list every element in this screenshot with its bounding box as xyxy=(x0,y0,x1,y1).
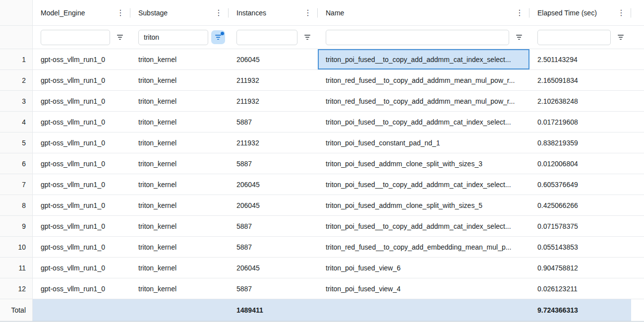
column-header-name[interactable]: Name ⋮ xyxy=(318,0,529,25)
cell-model-engine[interactable]: gpt-oss_vllm_run1_0 xyxy=(33,153,130,174)
cell-elapsed-time[interactable]: 0.071578375 xyxy=(529,216,631,236)
cell-model-engine[interactable]: gpt-oss_vllm_run1_0 xyxy=(33,112,130,132)
cell-name[interactable]: triton_red_fused__to_copy_add_embedding_… xyxy=(318,237,529,257)
cell-substage[interactable]: triton_kernel xyxy=(130,132,229,153)
filter-input-elapsed-time[interactable] xyxy=(537,30,611,45)
cell-substage[interactable]: triton_kernel xyxy=(130,258,229,278)
cell-name[interactable]: triton_poi_fused_addmm_clone_split_with_… xyxy=(318,195,529,215)
filter-input-name[interactable] xyxy=(326,30,509,45)
cell-elapsed-time[interactable]: 0.838219359 xyxy=(529,132,631,153)
column-menu-icon[interactable]: ⋮ xyxy=(516,9,524,17)
cell-instances[interactable]: 206045 xyxy=(229,49,318,69)
cell-elapsed-time[interactable]: 2.102638248 xyxy=(529,91,631,111)
filter-button-name[interactable] xyxy=(512,30,526,44)
column-header-instances[interactable]: Instances ⋮ xyxy=(229,0,318,25)
cell-model-engine[interactable]: gpt-oss_vllm_run1_0 xyxy=(33,70,130,90)
cell-instances[interactable]: 5887 xyxy=(229,153,318,174)
column-header-substage[interactable]: Substage ⋮ xyxy=(130,0,229,25)
cell-substage[interactable]: triton_kernel xyxy=(130,91,229,111)
cell-model-engine[interactable]: gpt-oss_vllm_run1_0 xyxy=(33,195,130,215)
cell-elapsed-time[interactable]: 0.425066266 xyxy=(529,195,631,215)
filter-row-corner xyxy=(0,26,33,49)
table-row: 11 gpt-oss_vllm_run1_0 triton_kernel 206… xyxy=(0,258,644,278)
cell-elapsed-time[interactable]: 0.904758812 xyxy=(529,258,631,278)
header-row: Model_Engine ⋮ Substage ⋮ Instances ⋮ Na… xyxy=(0,0,644,26)
row-filler xyxy=(631,237,644,257)
row-number: 3 xyxy=(0,91,33,111)
cell-elapsed-time[interactable]: 2.501143294 xyxy=(529,49,631,69)
column-menu-icon[interactable]: ⋮ xyxy=(215,9,223,17)
cell-elapsed-time[interactable]: 0.026123211 xyxy=(529,278,631,299)
cell-instances[interactable]: 5887 xyxy=(229,112,318,132)
row-filler xyxy=(631,174,644,195)
cell-name[interactable]: triton_poi_fused_view_4 xyxy=(318,278,529,299)
cell-substage[interactable]: triton_kernel xyxy=(130,112,229,132)
filter-icon xyxy=(617,34,625,41)
filter-input-model-engine[interactable] xyxy=(41,30,110,45)
cell-name[interactable]: triton_poi_fused_addmm_clone_split_with_… xyxy=(318,153,529,174)
cell-instances[interactable]: 5887 xyxy=(229,216,318,236)
filter-button-elapsed-time[interactable] xyxy=(614,30,628,44)
column-menu-icon[interactable]: ⋮ xyxy=(617,9,625,17)
cell-instances[interactable]: 211932 xyxy=(229,132,318,153)
row-number: 12 xyxy=(0,278,33,299)
filter-button-instances[interactable] xyxy=(300,30,314,44)
cell-model-engine[interactable]: gpt-oss_vllm_run1_0 xyxy=(33,132,130,153)
column-header-model-engine[interactable]: Model_Engine ⋮ xyxy=(33,0,130,25)
cell-substage[interactable]: triton_kernel xyxy=(130,174,229,195)
row-filler xyxy=(631,49,644,69)
filter-button-substage[interactable] xyxy=(211,30,225,44)
table-row: 10 gpt-oss_vllm_run1_0 triton_kernel 588… xyxy=(0,237,644,258)
cell-model-engine[interactable]: gpt-oss_vllm_run1_0 xyxy=(33,258,130,278)
cell-instances[interactable]: 5887 xyxy=(229,237,318,257)
cell-instances[interactable]: 206045 xyxy=(229,195,318,215)
cell-instances[interactable]: 211932 xyxy=(229,91,318,111)
cell-name[interactable]: triton_poi_fused__to_copy_add_addmm_cat_… xyxy=(318,216,529,236)
cell-substage[interactable]: triton_kernel xyxy=(130,237,229,257)
cell-name[interactable]: triton_red_fused__to_copy_add_addmm_mean… xyxy=(318,91,529,111)
total-label: Total xyxy=(0,299,33,321)
filter-button-model-engine[interactable] xyxy=(113,30,127,44)
cell-model-engine[interactable]: gpt-oss_vllm_run1_0 xyxy=(33,237,130,257)
cell-substage[interactable]: triton_kernel xyxy=(130,70,229,90)
cell-instances[interactable]: 211932 xyxy=(229,70,318,90)
cell-model-engine[interactable]: gpt-oss_vllm_run1_0 xyxy=(33,91,130,111)
row-number: 6 xyxy=(0,153,33,174)
cell-substage[interactable]: triton_kernel xyxy=(130,153,229,174)
cell-elapsed-time[interactable]: 0.012006804 xyxy=(529,153,631,174)
filter-icon xyxy=(515,34,523,41)
cell-elapsed-time[interactable]: 2.165091834 xyxy=(529,70,631,90)
cell-instances[interactable]: 5887 xyxy=(229,278,318,299)
table-row: 1 gpt-oss_vllm_run1_0 triton_kernel 2060… xyxy=(0,49,644,70)
row-filler xyxy=(631,216,644,236)
row-filler xyxy=(631,91,644,111)
cell-substage[interactable]: triton_kernel xyxy=(130,216,229,236)
row-number: 5 xyxy=(0,132,33,153)
cell-elapsed-time[interactable]: 0.017219608 xyxy=(529,112,631,132)
filter-cell-model-engine xyxy=(33,26,130,49)
cell-name[interactable]: triton_poi_fused_constant_pad_nd_1 xyxy=(318,132,529,153)
cell-substage[interactable]: triton_kernel xyxy=(130,195,229,215)
column-header-elapsed-time[interactable]: Elapsed Time (sec) ⋮ xyxy=(529,0,631,25)
filter-input-instances[interactable] xyxy=(236,30,297,45)
cell-name[interactable]: triton_poi_fused__to_copy_add_addmm_cat_… xyxy=(318,174,529,195)
cell-model-engine[interactable]: gpt-oss_vllm_run1_0 xyxy=(33,278,130,299)
cell-name[interactable]: triton_poi_fused_view_6 xyxy=(318,258,529,278)
cell-substage[interactable]: triton_kernel xyxy=(130,278,229,299)
cell-model-engine[interactable]: gpt-oss_vllm_run1_0 xyxy=(33,216,130,236)
header-filler xyxy=(631,0,644,25)
cell-elapsed-time[interactable]: 0.605376649 xyxy=(529,174,631,195)
cell-instances[interactable]: 206045 xyxy=(229,258,318,278)
column-menu-icon[interactable]: ⋮ xyxy=(304,9,312,17)
cell-model-engine[interactable]: gpt-oss_vllm_run1_0 xyxy=(33,49,130,69)
cell-instances[interactable]: 206045 xyxy=(229,174,318,195)
cell-name[interactable]: triton_poi_fused__to_copy_add_addmm_cat_… xyxy=(318,49,529,69)
cell-substage[interactable]: triton_kernel xyxy=(130,49,229,69)
cell-name[interactable]: triton_red_fused__to_copy_add_addmm_mean… xyxy=(318,70,529,90)
cell-elapsed-time[interactable]: 0.055143853 xyxy=(529,237,631,257)
cell-model-engine[interactable]: gpt-oss_vllm_run1_0 xyxy=(33,174,130,195)
column-menu-icon[interactable]: ⋮ xyxy=(117,9,124,17)
filter-input-substage[interactable] xyxy=(138,30,208,45)
row-filler xyxy=(631,195,644,215)
cell-name[interactable]: triton_poi_fused__to_copy_add_addmm_cat_… xyxy=(318,112,529,132)
